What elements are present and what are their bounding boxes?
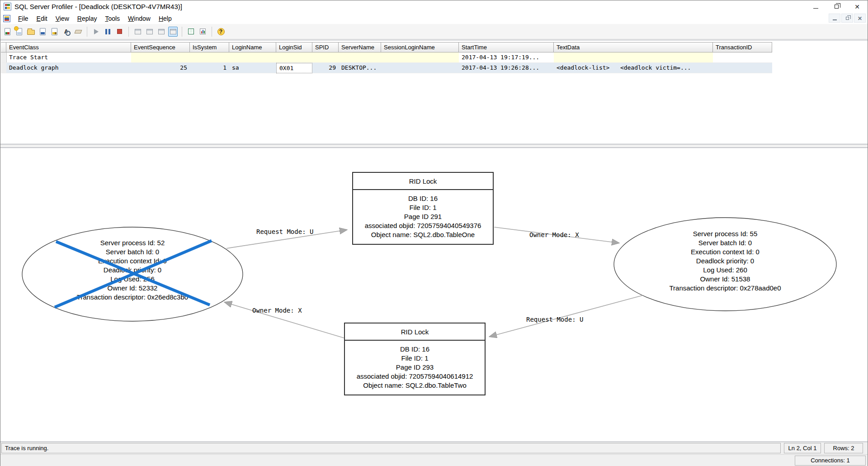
lock-title: RID Lock bbox=[353, 173, 493, 190]
node-line: Owner Id: 52332 bbox=[33, 284, 232, 293]
stop-trace-icon[interactable] bbox=[115, 27, 124, 37]
pause-trace-icon[interactable] bbox=[103, 27, 113, 37]
cell-transactionid[interactable] bbox=[713, 52, 772, 63]
toolbar bbox=[0, 24, 868, 39]
node-line: Owner Id: 51538 bbox=[626, 275, 825, 284]
column-header-sessionloginname[interactable]: SessionLoginName bbox=[381, 42, 459, 52]
excel-export-icon[interactable] bbox=[186, 27, 196, 37]
status-rows-count: Rows: 2 bbox=[824, 443, 863, 453]
toggle-detail-icon[interactable] bbox=[145, 27, 154, 37]
save-trace-icon[interactable] bbox=[38, 27, 47, 37]
lock-line: Object name: SQL2.dbo.TableOne bbox=[354, 230, 492, 239]
toggle-grid-icon[interactable] bbox=[133, 27, 142, 37]
cell-loginsid-focused[interactable]: 0X01 bbox=[276, 63, 312, 73]
left-process-node-text: Server process Id: 52 Server batch Id: 0… bbox=[33, 238, 232, 302]
node-line: Deadlock priority: 0 bbox=[33, 266, 232, 275]
cell-starttime[interactable]: 2017-04-13 19:26:28... bbox=[459, 63, 554, 73]
deadlock-graph-pane: Server process Id: 52 Server batch Id: 0… bbox=[0, 147, 868, 442]
close-icon bbox=[854, 3, 860, 11]
node-line: Server process Id: 55 bbox=[626, 229, 825, 238]
status-connections: Connections: 1 bbox=[795, 456, 866, 466]
cell-loginname[interactable]: sa bbox=[229, 63, 276, 73]
status-bar: Trace is running. Ln 2, Col 1 Rows: 2 bbox=[0, 442, 868, 454]
cell-loginsid[interactable] bbox=[276, 52, 312, 63]
title-bar: SQL Server Profiler - [Deadlock (DESKTOP… bbox=[0, 0, 868, 13]
column-header-textdata[interactable]: TextData bbox=[554, 42, 713, 52]
column-header-spid[interactable]: SPID bbox=[312, 42, 339, 52]
cell-issystem[interactable] bbox=[190, 52, 229, 63]
column-header-loginsid[interactable]: LoginSid bbox=[276, 42, 312, 52]
edge-label-owner-bottom: Owner Mode: X bbox=[252, 307, 302, 314]
window-title: SQL Server Profiler - [Deadlock (DESKTOP… bbox=[14, 3, 182, 10]
column-header-transactionid[interactable]: TransactionID bbox=[713, 42, 772, 52]
child-minimize-button[interactable] bbox=[829, 14, 840, 23]
status-message: Trace is running. bbox=[1, 443, 781, 453]
node-line: Log Used: 256 bbox=[33, 275, 232, 284]
cell-eventclass[interactable]: Trace Start bbox=[6, 52, 131, 63]
child-restore-button[interactable] bbox=[841, 14, 853, 23]
node-line: Server batch Id: 0 bbox=[626, 238, 825, 247]
menu-view[interactable]: View bbox=[52, 14, 73, 24]
menu-help[interactable]: Help bbox=[155, 14, 176, 24]
menu-window[interactable]: Window bbox=[124, 14, 155, 24]
row-selector-header bbox=[1, 42, 6, 52]
child-close-button[interactable] bbox=[854, 14, 866, 23]
edge-label-owner-top: Owner Mode: X bbox=[529, 231, 579, 238]
cell-starttime[interactable]: 2017-04-13 19:17:19... bbox=[459, 52, 554, 63]
cell-spid[interactable] bbox=[312, 52, 339, 63]
trace-file-icon[interactable] bbox=[3, 27, 12, 37]
restore-button[interactable] bbox=[826, 0, 847, 13]
cell-sessionloginname[interactable] bbox=[381, 63, 459, 73]
menu-edit[interactable]: Edit bbox=[33, 14, 52, 24]
restore-icon bbox=[835, 5, 839, 9]
pane-splitter[interactable] bbox=[0, 144, 868, 147]
lock-line: Page ID 291 bbox=[354, 212, 492, 221]
bottom-rid-lock-node[interactable]: RID Lock DB ID: 16 File ID: 1 Page ID 29… bbox=[344, 323, 486, 395]
node-line: Server batch Id: 0 bbox=[33, 247, 232, 257]
toggle-split-icon[interactable] bbox=[156, 27, 166, 37]
cell-textdata[interactable] bbox=[554, 52, 713, 63]
toolbar-separator bbox=[128, 27, 129, 37]
toolbar-separator bbox=[212, 27, 212, 37]
performance-chart-icon[interactable] bbox=[198, 27, 208, 37]
lock-title: RID Lock bbox=[345, 323, 485, 341]
column-header-eventclass[interactable]: EventClass bbox=[6, 42, 131, 52]
clear-trace-icon[interactable] bbox=[73, 27, 83, 37]
cell-textdata[interactable]: <deadlock-list> <deadlock victim=... bbox=[554, 63, 713, 73]
top-rid-lock-node[interactable]: RID Lock DB ID: 16 File ID: 1 Page ID 29… bbox=[352, 172, 494, 245]
status-line-col: Ln 2, Col 1 bbox=[784, 443, 821, 453]
cell-transactionid[interactable] bbox=[713, 63, 772, 73]
cell-servername[interactable]: DESKTOP... bbox=[339, 63, 381, 73]
cell-spid[interactable]: 29 bbox=[312, 63, 339, 73]
column-header-issystem[interactable]: IsSystem bbox=[190, 42, 229, 52]
node-line: Server process Id: 52 bbox=[33, 238, 232, 247]
cell-eventclass[interactable]: Deadlock graph bbox=[6, 63, 131, 73]
lock-line: File ID: 1 bbox=[346, 354, 484, 363]
trace-properties-icon[interactable] bbox=[50, 27, 59, 37]
column-header-starttime[interactable]: StartTime bbox=[459, 42, 554, 52]
lock-line: Page ID 293 bbox=[346, 363, 484, 372]
node-line: Deadlock priority: 0 bbox=[626, 257, 825, 266]
column-header-loginname[interactable]: LoginName bbox=[229, 42, 276, 52]
menu-file[interactable]: File bbox=[14, 14, 33, 24]
menu-replay[interactable]: Replay bbox=[73, 14, 101, 24]
minimize-button[interactable] bbox=[805, 0, 826, 13]
menu-tools[interactable]: Tools bbox=[101, 14, 124, 24]
open-folder-icon[interactable] bbox=[26, 27, 36, 37]
close-button[interactable] bbox=[847, 0, 868, 13]
cell-eventsequence[interactable] bbox=[131, 52, 190, 63]
find-icon[interactable] bbox=[61, 27, 71, 37]
cell-sessionloginname[interactable] bbox=[381, 52, 459, 63]
toolbar-separator bbox=[87, 27, 87, 37]
column-header-eventsequence[interactable]: EventSequence bbox=[131, 42, 190, 52]
help-icon[interactable] bbox=[216, 27, 226, 37]
cell-eventsequence[interactable]: 25 bbox=[131, 63, 190, 73]
start-trace-icon[interactable] bbox=[91, 27, 101, 37]
toggle-autoscroll-icon[interactable] bbox=[168, 27, 178, 37]
column-header-servername[interactable]: ServerName bbox=[339, 42, 381, 52]
child-restore-icon bbox=[846, 17, 849, 20]
cell-issystem[interactable]: 1 bbox=[190, 63, 229, 73]
cell-loginname[interactable] bbox=[229, 52, 276, 63]
cell-servername[interactable] bbox=[339, 52, 381, 63]
new-trace-icon[interactable] bbox=[14, 27, 24, 37]
